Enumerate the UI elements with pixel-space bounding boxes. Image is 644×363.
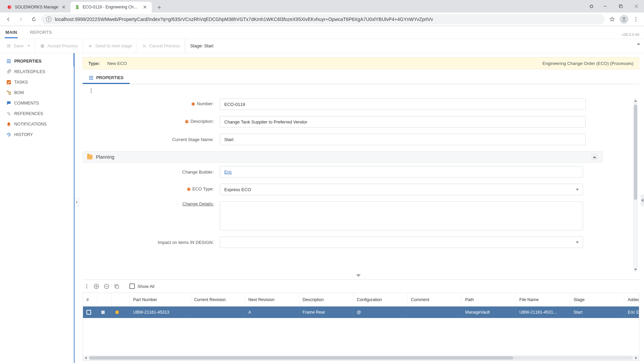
copy-item-button[interactable] [113, 283, 120, 290]
minimize-button[interactable] [597, 0, 613, 13]
col-type[interactable] [111, 293, 130, 306]
reload-button[interactable] [28, 14, 39, 25]
col-hash[interactable]: # [83, 293, 97, 306]
svg-point-4 [636, 19, 637, 20]
sidebar-item-comments[interactable]: COMMENTS [0, 98, 74, 108]
save-button[interactable]: Save [1, 39, 35, 53]
collapse-sidebar-handle[interactable] [75, 198, 79, 207]
number-field[interactable]: ECO-0119 [220, 98, 586, 110]
col-check[interactable] [97, 293, 111, 306]
row-checkbox-cell[interactable] [83, 307, 97, 318]
accept-process-button[interactable]: Accept Process [35, 39, 83, 53]
menu-button[interactable] [630, 14, 641, 25]
browser-address-bar: i localhost:9999/2022SWMweb/PropertyCard… [0, 13, 644, 26]
svg-rect-13 [6, 90, 8, 92]
tab-main[interactable]: MAIN [5, 26, 18, 38]
grid-menu-button[interactable] [84, 284, 89, 289]
right-panel-handle[interactable] [641, 195, 644, 206]
sidebar-item-properties[interactable]: PROPERTIES [0, 56, 74, 66]
grid-horizontal-scrollbar[interactable] [83, 355, 639, 361]
table-row[interactable]: UBW-21161-45313 A Frame Rear @ ManageVau… [83, 307, 639, 318]
app-version: v30.0.0.40 [622, 32, 639, 39]
forward-button[interactable] [16, 14, 26, 25]
col-next-rev[interactable]: Next Revision [245, 293, 299, 306]
collapse-toolbar-button[interactable] [637, 40, 641, 46]
browser-tab-eco[interactable]: ECO-0119 - Engineering Change ✕ [70, 2, 152, 13]
scroll-down-icon[interactable] [633, 267, 638, 272]
eco-type-select[interactable]: Express ECO [220, 184, 583, 195]
col-stage[interactable]: Stage [570, 293, 624, 306]
maximize-button[interactable] [613, 0, 628, 13]
browser-tab-solidworks-manage[interactable]: SOLIDWORKS Manage ✕ [3, 2, 70, 13]
svg-rect-15 [9, 93, 11, 95]
browser-tab-title: SOLIDWORKS Manage [15, 5, 58, 9]
col-file-name[interactable]: File Name [516, 293, 570, 306]
expand-form-indicator [83, 272, 634, 279]
recording-indicator[interactable] [586, 0, 597, 13]
scroll-left-icon[interactable] [83, 355, 88, 361]
inner-tab-properties[interactable]: PROPERTIES [83, 73, 130, 84]
url-omnibox[interactable]: i localhost:9999/2022SWMweb/PropertyCard… [41, 14, 605, 24]
col-config[interactable]: Configuration [353, 293, 408, 306]
browser-titlebar: SOLIDWORKS Manage ✕ ECO-0119 - Engineeri… [0, 0, 644, 13]
close-icon[interactable]: ✕ [142, 4, 148, 10]
change-builder-link[interactable]: Eric [224, 169, 232, 175]
sidebar-item-relatedfiles[interactable]: RELATEDFILES [0, 66, 74, 77]
cancel-label: Cancel Process [149, 43, 180, 48]
browser-tabstrip: SOLIDWORKS Manage ✕ ECO-0119 - Engineeri… [0, 0, 164, 13]
scroll-thumb[interactable] [634, 105, 637, 200]
new-tab-button[interactable]: ＋ [154, 2, 164, 12]
show-all-checkbox[interactable]: Show All [129, 283, 154, 289]
process-path: Engineering Change Order (ECO) (Processe… [542, 61, 633, 66]
add-item-button[interactable] [93, 283, 100, 290]
sidebar-item-bom[interactable]: BOM [0, 87, 74, 98]
send-next-stage-button[interactable]: Send to next stage [83, 39, 137, 53]
close-icon[interactable]: ✕ [61, 4, 66, 10]
sidebar-item-tasks[interactable]: TASKS [0, 77, 74, 87]
svg-rect-11 [6, 62, 11, 63]
bookmark-button[interactable] [607, 14, 618, 25]
current-stage-field[interactable]: Start [220, 134, 586, 145]
remove-item-button[interactable] [103, 283, 110, 290]
impact-select[interactable] [220, 236, 583, 248]
tab-reports[interactable]: REPORTS [29, 26, 53, 38]
svg-point-21 [90, 90, 91, 91]
collapse-group-button[interactable] [591, 153, 598, 161]
col-path[interactable]: Path [462, 293, 516, 306]
cell-current-rev [191, 307, 245, 318]
change-details-label[interactable]: Change Details: [83, 201, 220, 206]
svg-point-16 [8, 125, 9, 126]
back-button[interactable] [3, 14, 14, 25]
svg-rect-6 [8, 44, 9, 45]
form-scrollbar[interactable] [633, 98, 638, 272]
scroll-track[interactable] [89, 356, 633, 360]
grid-toolbar: Show All [83, 280, 639, 293]
profile-avatar[interactable] [620, 15, 628, 24]
col-description[interactable]: Description [299, 293, 353, 306]
description-field[interactable]: Change Tank Supplier to Preferred Vendor [220, 116, 586, 128]
col-comment[interactable]: Comment [408, 293, 462, 306]
col-current-rev[interactable]: Current Revision [191, 293, 245, 306]
site-info-icon[interactable]: i [46, 17, 51, 22]
group-planning-header[interactable]: Planning [83, 151, 603, 163]
list-icon [89, 75, 94, 80]
scroll-up-icon[interactable] [633, 98, 638, 103]
col-added-by[interactable]: Added By [624, 293, 639, 306]
group-title: Planning [96, 154, 115, 160]
sidebar-item-label: RELATEDFILES [14, 69, 45, 74]
change-builder-field[interactable]: Eric [220, 166, 583, 178]
form-menu-button[interactable] [88, 88, 94, 94]
chevron-down-icon[interactable] [356, 273, 361, 279]
svg-point-3 [636, 17, 637, 18]
sidebar-item-references[interactable]: REFERENCES [0, 108, 74, 119]
sidebar-item-notifications[interactable]: NOTIFICATIONS [0, 119, 74, 129]
save-label: Save [14, 43, 24, 48]
scroll-right-icon[interactable] [633, 355, 639, 361]
sidebar-item-history[interactable]: HISTORY [0, 129, 74, 140]
cancel-process-button[interactable]: Cancel Process [137, 39, 185, 53]
close-button[interactable] [628, 0, 644, 13]
number-label: ✱Number: [83, 101, 220, 107]
change-details-field[interactable] [220, 201, 583, 230]
col-part-number[interactable]: Part Number [130, 293, 191, 306]
scroll-thumb[interactable] [89, 356, 513, 360]
